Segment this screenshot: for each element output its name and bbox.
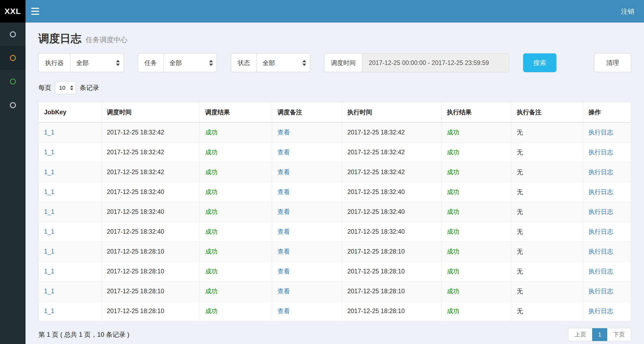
trigger-msg-link[interactable]: 查看 bbox=[277, 248, 290, 255]
trigger-time-cell: 2017-12-25 18:32:40 bbox=[101, 222, 200, 242]
jobkey-link[interactable]: 1_1 bbox=[44, 308, 54, 314]
table-header-row: JobKey 调度时间 调度结果 调度备注 执行时间 执行结果 执行备注 操作 bbox=[39, 103, 631, 123]
job-filter-select[interactable]: 全部 bbox=[163, 53, 217, 72]
exec-log-link[interactable]: 执行日志 bbox=[588, 228, 613, 235]
search-button[interactable]: 搜索 bbox=[523, 53, 556, 72]
clear-button[interactable]: 清理 bbox=[594, 53, 631, 72]
select-stepper-icon bbox=[302, 60, 306, 66]
sidebar-item-3[interactable] bbox=[0, 70, 26, 93]
trigger-time-cell: 2017-12-25 18:28:10 bbox=[101, 281, 200, 301]
trigger-time-range-input[interactable]: 2017-12-25 00:00:00 - 2017-12-25 23:59:5… bbox=[362, 53, 509, 72]
pagination-next-button[interactable]: 下页 bbox=[607, 328, 631, 341]
table-row: 1_1 2017-12-25 18:32:40 成功 查看 2017-12-25… bbox=[39, 202, 631, 222]
exec-log-link[interactable]: 执行日志 bbox=[588, 129, 613, 136]
exec-log-link[interactable]: 执行日志 bbox=[588, 208, 613, 215]
table-row: 1_1 2017-12-25 18:32:42 成功 查看 2017-12-25… bbox=[39, 162, 631, 182]
jobkey-link[interactable]: 1_1 bbox=[44, 149, 54, 156]
pagination-info: 第 1 页 ( 总共 1 页，10 条记录 ) bbox=[38, 330, 129, 339]
trigger-result-cell: 成功 bbox=[200, 122, 272, 142]
trigger-result-cell: 成功 bbox=[200, 281, 272, 301]
jobkey-link[interactable]: 1_1 bbox=[44, 248, 54, 255]
table-row: 1_1 2017-12-25 18:28:10 成功 查看 2017-12-25… bbox=[39, 262, 631, 281]
handle-time-cell: 2017-12-25 18:32:40 bbox=[342, 182, 442, 202]
handle-result-cell: 成功 bbox=[442, 202, 511, 222]
handle-result-cell: 成功 bbox=[442, 262, 511, 281]
executor-filter-group: 执行器 全部 bbox=[38, 53, 124, 72]
handle-time-cell: 2017-12-25 18:28:10 bbox=[342, 301, 442, 321]
trigger-msg-link[interactable]: 查看 bbox=[277, 129, 290, 136]
sidebar-item-1[interactable] bbox=[0, 23, 26, 46]
exec-log-link[interactable]: 执行日志 bbox=[588, 248, 613, 255]
sidebar-item-4[interactable] bbox=[0, 93, 26, 117]
jobkey-link[interactable]: 1_1 bbox=[44, 169, 54, 175]
handle-time-cell: 2017-12-25 18:28:10 bbox=[342, 262, 442, 281]
select-stepper-icon bbox=[209, 60, 213, 66]
exec-log-link[interactable]: 执行日志 bbox=[588, 308, 613, 314]
table-row: 1_1 2017-12-25 18:28:10 成功 查看 2017-12-25… bbox=[39, 281, 631, 301]
exec-log-link[interactable]: 执行日志 bbox=[588, 288, 613, 295]
logout-link[interactable]: 注销 bbox=[611, 0, 644, 23]
trigger-msg-link[interactable]: 查看 bbox=[277, 208, 290, 215]
trigger-msg-link[interactable]: 查看 bbox=[277, 188, 290, 195]
page-size-prefix-label: 每页 bbox=[38, 83, 51, 92]
col-header-trigger-time: 调度时间 bbox=[101, 103, 200, 123]
jobkey-link[interactable]: 1_1 bbox=[44, 288, 54, 295]
col-header-jobkey: JobKey bbox=[39, 103, 102, 123]
trigger-msg-link[interactable]: 查看 bbox=[277, 308, 290, 314]
jobkey-link[interactable]: 1_1 bbox=[44, 268, 54, 275]
col-header-trigger-msg: 调度备注 bbox=[272, 103, 342, 123]
trigger-time-cell: 2017-12-25 18:32:42 bbox=[101, 122, 200, 142]
job-filter-label: 任务 bbox=[138, 53, 163, 72]
sidebar-item-2-active[interactable] bbox=[0, 46, 26, 70]
col-header-handle-result: 执行结果 bbox=[442, 103, 511, 123]
jobkey-link[interactable]: 1_1 bbox=[44, 228, 54, 235]
handle-msg-cell: 无 bbox=[511, 281, 583, 301]
trigger-time-filter-label: 调度时间 bbox=[324, 53, 362, 72]
handle-msg-cell: 无 bbox=[511, 222, 583, 242]
exec-log-link[interactable]: 执行日志 bbox=[588, 188, 613, 195]
status-filter-value: 全部 bbox=[263, 59, 275, 67]
col-header-action: 操作 bbox=[583, 103, 631, 123]
trigger-time-cell: 2017-12-25 18:28:10 bbox=[101, 262, 200, 281]
jobkey-link[interactable]: 1_1 bbox=[44, 188, 54, 195]
handle-msg-cell: 无 bbox=[511, 142, 583, 162]
handle-time-cell: 2017-12-25 18:32:42 bbox=[342, 142, 442, 162]
filter-toolbar: 执行器 全部 任务 全部 状态 全部 调度时间 2017-12-25 bbox=[38, 53, 631, 72]
circle-icon bbox=[10, 102, 16, 108]
top-navbar: XXL 注销 bbox=[0, 0, 644, 23]
app-logo: XXL bbox=[0, 0, 26, 23]
trigger-msg-link[interactable]: 查看 bbox=[277, 288, 290, 295]
pagination-prev-button[interactable]: 上页 bbox=[568, 328, 592, 341]
pagination-page-1-button[interactable]: 1 bbox=[592, 328, 607, 341]
trigger-msg-link[interactable]: 查看 bbox=[277, 149, 290, 156]
handle-result-cell: 成功 bbox=[442, 162, 511, 182]
status-filter-group: 状态 全部 bbox=[231, 53, 310, 72]
status-filter-select[interactable]: 全部 bbox=[256, 53, 310, 72]
trigger-msg-link[interactable]: 查看 bbox=[277, 169, 290, 175]
executor-filter-select[interactable]: 全部 bbox=[70, 53, 124, 72]
page-subtitle: 任务调度中心 bbox=[86, 35, 128, 45]
handle-result-cell: 成功 bbox=[442, 301, 511, 321]
trigger-result-cell: 成功 bbox=[200, 162, 272, 182]
select-stepper-icon bbox=[70, 85, 73, 90]
select-stepper-icon bbox=[116, 60, 120, 66]
handle-msg-cell: 无 bbox=[511, 182, 583, 202]
handle-msg-cell: 无 bbox=[511, 301, 583, 321]
circle-icon bbox=[10, 55, 16, 61]
page-size-select[interactable]: 10 bbox=[55, 81, 76, 94]
exec-log-link[interactable]: 执行日志 bbox=[588, 268, 613, 275]
jobkey-link[interactable]: 1_1 bbox=[44, 129, 54, 136]
exec-log-link[interactable]: 执行日志 bbox=[588, 149, 613, 156]
table-row: 1_1 2017-12-25 18:32:42 成功 查看 2017-12-25… bbox=[39, 122, 631, 142]
jobkey-link[interactable]: 1_1 bbox=[44, 208, 54, 215]
trigger-msg-link[interactable]: 查看 bbox=[277, 268, 290, 275]
navbar-spacer bbox=[45, 0, 611, 23]
handle-result-cell: 成功 bbox=[442, 281, 511, 301]
page-size-suffix-label: 条记录 bbox=[80, 83, 99, 92]
table-row: 1_1 2017-12-25 18:32:42 成功 查看 2017-12-25… bbox=[39, 142, 631, 162]
trigger-msg-link[interactable]: 查看 bbox=[277, 228, 290, 235]
circle-icon bbox=[10, 31, 16, 37]
handle-time-cell: 2017-12-25 18:28:10 bbox=[342, 281, 442, 301]
exec-log-link[interactable]: 执行日志 bbox=[588, 169, 613, 175]
sidebar-toggle-button[interactable] bbox=[26, 0, 45, 23]
